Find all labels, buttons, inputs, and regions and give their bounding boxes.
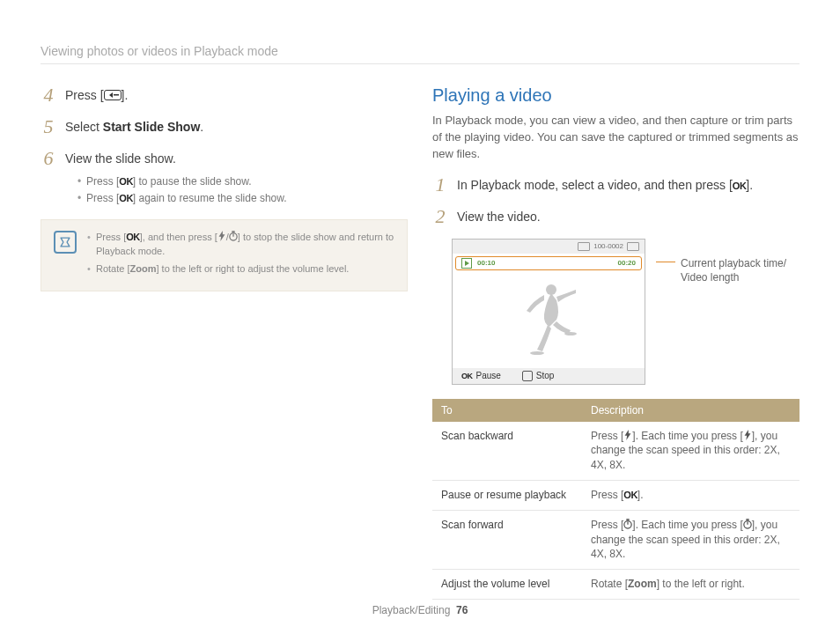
step-number: 6 [41, 149, 56, 168]
step: 6View the slide show.Press [OK] to pause… [41, 149, 408, 207]
time-total: 00:20 [618, 259, 636, 267]
section-intro: In Playback mode, you can view a video, … [432, 113, 799, 163]
note-item: Rotate [Zoom] to the left or right to ad… [87, 262, 394, 276]
table-row: Scan forwardPress []. Each time you pres… [432, 510, 799, 569]
step-text: View the video. [457, 207, 541, 226]
cell-to: Scan forward [432, 510, 582, 569]
substep: Press [OK] again to resume the slide sho… [77, 190, 287, 207]
controls-table: To Description Scan backwardPress []. Ea… [432, 399, 799, 600]
video-frame: 100-0002 00:10 00:20 [452, 239, 645, 385]
svg-marker-8 [744, 430, 750, 440]
step: 2View the video. [432, 207, 799, 226]
cell-desc: Press []. Each time you press [], you ch… [582, 510, 799, 569]
section-heading: Playing a video [432, 85, 799, 106]
svg-marker-7 [625, 430, 631, 440]
stop-label: Stop [522, 371, 555, 381]
step-number: 2 [432, 207, 448, 226]
svg-rect-3 [232, 231, 234, 232]
cell-to: Adjust the volume level [432, 570, 582, 600]
battery-icon [627, 242, 639, 251]
step-text: Select Start Slide Show. [65, 117, 203, 136]
pause-label: OK Pause [461, 371, 501, 380]
step-number: 5 [41, 117, 56, 136]
th-to: To [432, 399, 582, 422]
cell-desc: Rotate [Zoom] to the left or right. [582, 570, 799, 600]
table-row: Scan backwardPress []. Each time you pre… [432, 422, 799, 481]
th-desc: Description [582, 399, 799, 422]
right-column: Playing a video In Playback mode, you ca… [432, 85, 799, 600]
page-footer: Playback/Editing 76 [0, 604, 840, 616]
svg-point-5 [530, 351, 544, 355]
note-icon [54, 231, 77, 254]
svg-rect-11 [627, 519, 630, 520]
svg-point-6 [564, 332, 577, 335]
cell-desc: Press [OK]. [582, 480, 799, 510]
step-text: View the slide show.Press [OK] to pause … [65, 149, 287, 207]
time-current: 00:10 [477, 259, 495, 267]
play-icon [461, 258, 472, 269]
video-figure: 100-0002 00:10 00:20 [452, 239, 799, 385]
left-column: 4Press [].5Select Start Slide Show.6View… [41, 85, 408, 600]
svg-rect-14 [746, 519, 748, 520]
step-text: Press []. [65, 85, 128, 105]
table-row: Adjust the volume levelRotate [Zoom] to … [432, 570, 799, 600]
frame-counter: 100-0002 [593, 242, 623, 250]
step: 4Press []. [41, 85, 408, 105]
cell-desc: Press []. Each time you press [], you ch… [582, 422, 799, 481]
note-box: Press [OK], and then press [/] to stop t… [41, 219, 408, 291]
substep: Press [OK] to pause the slide show. [77, 173, 287, 190]
cell-to: Pause or resume playback [432, 480, 582, 510]
svg-marker-0 [218, 231, 225, 241]
step-text: In Playback mode, select a video, and th… [457, 175, 753, 195]
table-row: Pause or resume playbackPress [OK]. [432, 480, 799, 510]
breadcrumb: Viewing photos or videos in Playback mod… [41, 44, 799, 64]
step: 1In Playback mode, select a video, and t… [432, 175, 799, 195]
note-item: Press [OK], and then press [/] to stop t… [87, 231, 394, 259]
callout-line [656, 262, 675, 262]
cell-to: Scan backward [432, 422, 582, 481]
step: 5Select Start Slide Show. [41, 117, 408, 136]
return-icon [104, 90, 122, 100]
step-number: 1 [432, 175, 448, 195]
playback-bar: 00:10 00:20 [455, 256, 642, 270]
step-number: 4 [41, 85, 56, 105]
skater-silhouette [518, 281, 579, 360]
status-icon [578, 242, 590, 251]
callout-text: Current playback time/Video length [681, 256, 786, 284]
